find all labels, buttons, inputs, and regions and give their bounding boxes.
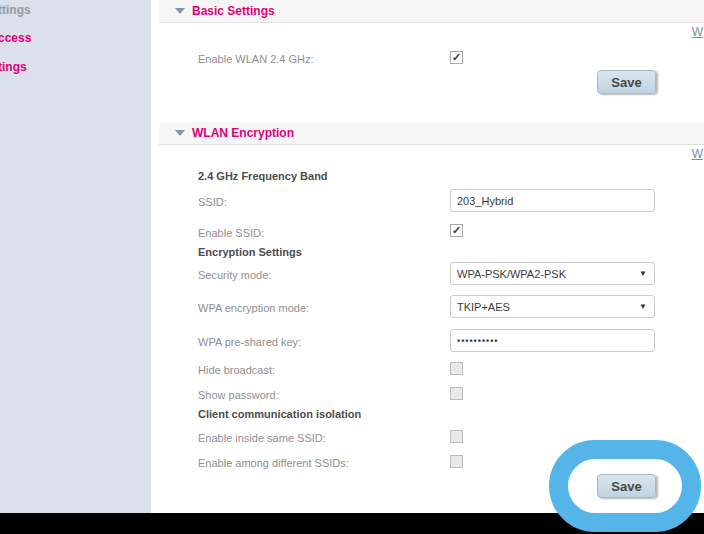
hide-broadcast-label: Hide broadcast: <box>198 364 275 376</box>
security-mode-value: WPA-PSK/WPA2-PSK <box>457 268 639 280</box>
wlan-encryption-header[interactable]: WLAN Encryption <box>159 122 704 145</box>
chevron-down-icon: ▼ <box>639 302 647 311</box>
ssid-label: SSID: <box>198 196 227 208</box>
sidebar-item-settings-active[interactable]: ttings <box>0 3 31 17</box>
wpa-encryption-mode-select[interactable]: TKIP+AES ▼ <box>450 295 655 318</box>
basic-help-link[interactable]: W <box>692 25 703 39</box>
hide-broadcast-checkbox[interactable] <box>450 362 463 375</box>
show-password-checkbox[interactable] <box>450 387 463 400</box>
sidebar-nav: ttings ccess tings <box>0 0 151 513</box>
encryption-help-link[interactable]: W <box>692 147 703 161</box>
basic-save-button[interactable]: Save <box>597 70 656 94</box>
enable-ssid-checkbox[interactable]: ✓ <box>450 224 463 237</box>
psk-input[interactable] <box>450 329 655 352</box>
collapse-triangle-icon <box>175 130 185 136</box>
wpa-mode-value: TKIP+AES <box>457 301 639 313</box>
enable-wlan-label: Enable WLAN 2.4 GHz: <box>198 53 314 65</box>
wpa-mode-label: WPA encryption mode: <box>198 302 309 314</box>
inside-same-ssid-label: Enable inside same SSID: <box>198 432 326 444</box>
sidebar-item-access[interactable]: ccess <box>0 31 31 45</box>
security-mode-select[interactable]: WPA-PSK/WPA2-PSK ▼ <box>450 262 655 285</box>
encryption-settings-heading: Encryption Settings <box>198 246 302 258</box>
band-heading: 2.4 GHz Frequency Band <box>198 170 328 182</box>
ssid-input[interactable] <box>450 189 655 212</box>
inside-same-ssid-checkbox[interactable] <box>450 430 463 443</box>
among-different-ssids-label: Enable among different SSIDs: <box>198 457 349 469</box>
enable-ssid-label: Enable SSID: <box>198 227 264 239</box>
among-different-ssids-checkbox[interactable] <box>450 455 463 468</box>
router-settings-page: ttings ccess tings Basic Settings W Enab… <box>0 0 704 534</box>
collapse-triangle-icon <box>175 8 185 14</box>
bottom-bar <box>0 513 704 534</box>
wlan-encryption-title: WLAN Encryption <box>192 126 294 140</box>
basic-settings-title: Basic Settings <box>192 4 275 18</box>
main-content: Basic Settings W Enable WLAN 2.4 GHz: ✓ … <box>151 0 704 513</box>
encryption-save-button[interactable]: Save <box>597 474 656 498</box>
enable-wlan-checkbox[interactable]: ✓ <box>450 51 463 64</box>
isolation-heading: Client communication isolation <box>198 408 361 420</box>
basic-settings-header[interactable]: Basic Settings <box>159 0 704 23</box>
psk-label: WPA pre-shared key: <box>198 336 301 348</box>
chevron-down-icon: ▼ <box>639 269 647 278</box>
sidebar-item-settings[interactable]: tings <box>0 60 27 74</box>
show-password-label: Show password: <box>198 389 279 401</box>
security-mode-label: Security mode: <box>198 269 271 281</box>
